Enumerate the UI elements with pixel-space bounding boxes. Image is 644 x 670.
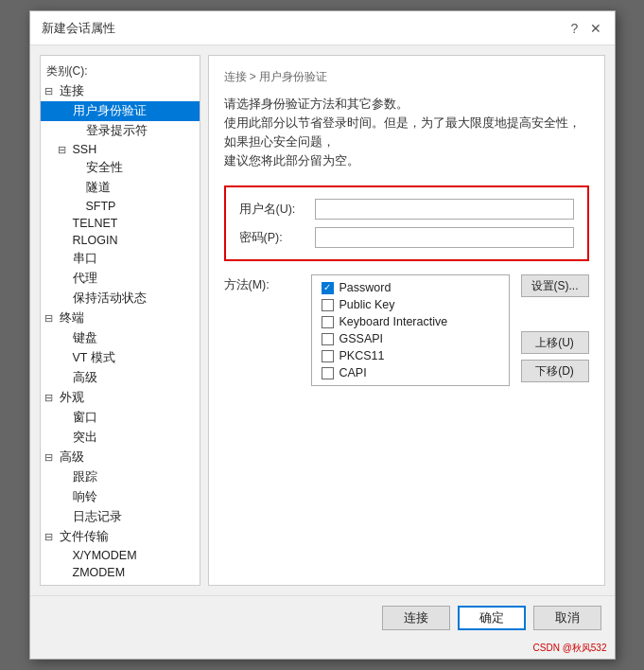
- sidebar: 类别(C): ⊟连接用户身份验证登录提示符⊟SSH安全性隧道SFTPTELNET…: [40, 55, 200, 586]
- sidebar-item-user-auth[interactable]: 用户身份验证: [41, 101, 200, 121]
- sidebar-label-file-transfer: 文件传输: [60, 529, 109, 545]
- method-item-pkcs11[interactable]: PKCS11: [322, 349, 499, 362]
- username-label: 用户名(U):: [239, 202, 315, 218]
- sidebar-item-security[interactable]: 安全性: [41, 158, 200, 178]
- checkbox-keyboard-interactive[interactable]: [322, 316, 334, 328]
- sidebar-item-serial[interactable]: 串口: [41, 249, 200, 269]
- sidebar-label-advanced2: 高级: [60, 450, 84, 466]
- sidebar-label-bell: 响铃: [73, 489, 97, 505]
- sidebar-label-telnet: TELNET: [73, 217, 118, 230]
- sidebar-label-terminal: 终端: [60, 310, 84, 326]
- ok-button[interactable]: 确定: [458, 606, 526, 630]
- method-item-keyboard-interactive[interactable]: Keyboard Interactive: [322, 315, 499, 328]
- sidebar-item-logging[interactable]: 日志记录: [41, 507, 200, 527]
- checkbox-pkcs11[interactable]: [322, 350, 334, 362]
- method-item-public-key[interactable]: Public Key: [322, 298, 499, 311]
- sidebar-item-trace[interactable]: 跟踪: [41, 467, 200, 487]
- tree-toggle-advanced2: ⊟: [44, 451, 58, 464]
- sidebar-item-telnet[interactable]: TELNET: [41, 215, 200, 232]
- sidebar-label-window: 窗口: [73, 410, 97, 426]
- sidebar-label-keyboard: 键盘: [73, 330, 97, 346]
- sidebar-item-keepalive[interactable]: 保持活动状态: [41, 289, 200, 309]
- dialog-body: 类别(C): ⊟连接用户身份验证登录提示符⊟SSH安全性隧道SFTPTELNET…: [30, 45, 615, 595]
- watermark: CSDN @秋风532: [30, 640, 615, 659]
- checkbox-password[interactable]: [322, 282, 334, 294]
- method-label-capi: CAPI: [339, 366, 367, 379]
- password-label: 密码(P):: [239, 230, 315, 246]
- sidebar-item-connection[interactable]: ⊟连接: [41, 81, 200, 101]
- password-input[interactable]: [315, 227, 574, 248]
- sidebar-label-zmodem: ZMODEM: [73, 566, 126, 579]
- content-panel: 连接 > 用户身份验证 请选择身份验证方法和其它参数。 使用此部分以节省登录时间…: [208, 55, 605, 586]
- title-bar-buttons: ? ✕: [567, 21, 603, 36]
- sidebar-label-xymodem: X/YMODEM: [73, 549, 137, 562]
- method-label-gssapi: GSSAPI: [339, 332, 384, 345]
- method-label-password: Password: [339, 281, 392, 294]
- desc-line3: 建议您将此部分留为空。: [224, 151, 589, 170]
- sidebar-item-login-prompt[interactable]: 登录提示符: [41, 121, 200, 141]
- checkbox-public-key[interactable]: [322, 299, 334, 311]
- sidebar-item-tunnel[interactable]: 隧道: [41, 178, 200, 198]
- tree-container: ⊟连接用户身份验证登录提示符⊟SSH安全性隧道SFTPTELNETRLOGIN串…: [41, 81, 200, 581]
- cancel-button[interactable]: 取消: [533, 606, 601, 630]
- sidebar-item-file-transfer[interactable]: ⊟文件传输: [41, 527, 200, 547]
- method-item-gssapi[interactable]: GSSAPI: [322, 332, 499, 345]
- tree-toggle-terminal: ⊟: [44, 312, 58, 325]
- sidebar-label-advanced: 高级: [73, 370, 97, 386]
- method-item-password[interactable]: Password: [322, 281, 499, 294]
- help-button[interactable]: ?: [567, 21, 583, 36]
- sidebar-label-sftp: SFTP: [86, 200, 116, 213]
- dialog-title: 新建会话属性: [42, 20, 115, 37]
- tree-toggle-ssh: ⊟: [58, 144, 71, 156]
- sidebar-label-serial: 串口: [73, 251, 97, 267]
- sidebar-label-login-prompt: 登录提示符: [86, 123, 148, 139]
- sidebar-label-user-auth: 用户身份验证: [73, 103, 147, 119]
- username-row: 用户名(U):: [239, 199, 574, 220]
- dialog: 新建会话属性 ? ✕ 类别(C): ⊟连接用户身份验证登录提示符⊟SSH安全性隧…: [29, 10, 616, 660]
- sidebar-item-rlogin[interactable]: RLOGIN: [41, 232, 200, 249]
- sidebar-label-proxy: 代理: [73, 271, 97, 287]
- move-down-button[interactable]: 下移(D): [521, 360, 589, 382]
- sidebar-item-advanced2[interactable]: ⊟高级: [41, 448, 200, 467]
- sidebar-item-ssh[interactable]: ⊟SSH: [41, 141, 200, 158]
- sidebar-item-xymodem[interactable]: X/YMODEM: [41, 547, 200, 564]
- sidebar-item-highlight[interactable]: 突出: [41, 428, 200, 448]
- method-list: PasswordPublic KeyKeyboard InteractiveGS…: [311, 274, 510, 386]
- sidebar-item-zmodem[interactable]: ZMODEM: [41, 564, 200, 581]
- sidebar-label-trace: 跟踪: [73, 469, 97, 485]
- sidebar-item-keyboard[interactable]: 键盘: [41, 328, 200, 348]
- checkbox-capi[interactable]: [322, 367, 334, 379]
- password-row: 密码(P):: [239, 227, 574, 248]
- sidebar-item-appearance[interactable]: ⊟外观: [41, 388, 200, 408]
- sidebar-item-window[interactable]: 窗口: [41, 408, 200, 428]
- sidebar-label-rlogin: RLOGIN: [73, 234, 118, 247]
- category-label: 类别(C):: [41, 60, 200, 81]
- method-buttons: 设置(S)... 上移(U) 下移(D): [521, 274, 589, 382]
- sidebar-item-terminal[interactable]: ⊟终端: [41, 309, 200, 328]
- sidebar-label-tunnel: 隧道: [86, 180, 111, 196]
- credentials-box: 用户名(U): 密码(P):: [224, 185, 589, 261]
- sidebar-label-logging: 日志记录: [73, 509, 122, 525]
- sidebar-label-highlight: 突出: [73, 430, 97, 446]
- method-section: 方法(M): PasswordPublic KeyKeyboard Intera…: [224, 274, 589, 386]
- checkbox-gssapi[interactable]: [322, 333, 334, 345]
- sidebar-label-appearance: 外观: [60, 390, 84, 406]
- username-input[interactable]: [315, 199, 574, 220]
- sidebar-label-connection: 连接: [60, 83, 84, 99]
- move-up-button[interactable]: 上移(U): [521, 331, 589, 354]
- method-label: 方法(M):: [224, 274, 300, 293]
- sidebar-item-vt-mode[interactable]: VT 模式: [41, 348, 200, 368]
- sidebar-item-proxy[interactable]: 代理: [41, 269, 200, 289]
- connect-button[interactable]: 连接: [382, 606, 450, 630]
- sidebar-item-bell[interactable]: 响铃: [41, 487, 200, 507]
- sidebar-label-ssh: SSH: [73, 143, 97, 156]
- method-item-capi[interactable]: CAPI: [322, 366, 499, 379]
- close-button[interactable]: ✕: [588, 21, 603, 36]
- method-label-keyboard-interactive: Keyboard Interactive: [339, 315, 448, 328]
- sidebar-label-keepalive: 保持活动状态: [73, 291, 147, 307]
- sidebar-item-advanced[interactable]: 高级: [41, 368, 200, 388]
- tree-toggle-appearance: ⊟: [44, 392, 58, 404]
- settings-button[interactable]: 设置(S)...: [521, 274, 589, 297]
- description: 请选择身份验证方法和其它参数。 使用此部分以节省登录时间。但是，为了最大限度地提…: [224, 95, 589, 170]
- sidebar-item-sftp[interactable]: SFTP: [41, 198, 200, 215]
